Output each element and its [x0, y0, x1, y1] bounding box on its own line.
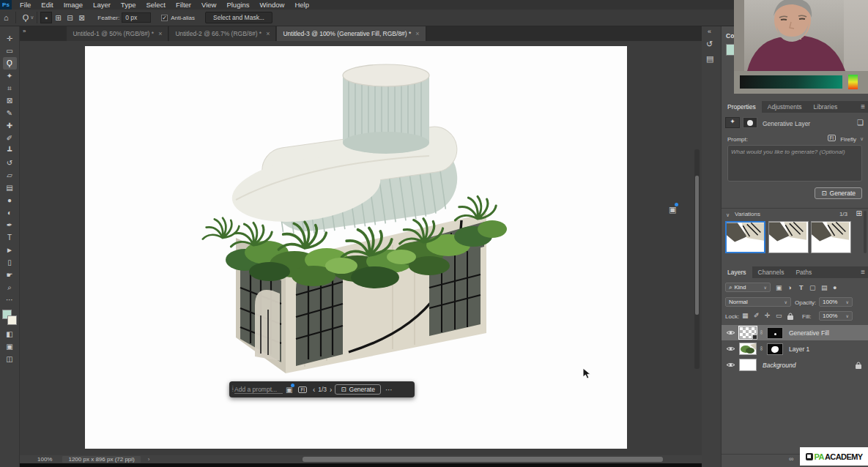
- tab-properties[interactable]: Properties: [722, 101, 762, 113]
- reference-image-icon[interactable]: ▣: [286, 386, 292, 394]
- marquee-tool[interactable]: ▭: [3, 45, 17, 57]
- layer-mask-thumbnail[interactable]: [767, 343, 783, 355]
- panel-scrollbar[interactable]: [864, 211, 867, 253]
- layers-badge-icon[interactable]: ❏: [857, 119, 864, 127]
- menu-view[interactable]: View: [196, 1, 221, 9]
- drag-handle[interactable]: ⸽⸽: [229, 386, 234, 393]
- zoom-level[interactable]: 100%: [37, 456, 52, 463]
- variations-collapse-icon[interactable]: ∨: [726, 212, 730, 218]
- vertical-scrollbar-thumb[interactable]: [695, 176, 699, 315]
- fill-input[interactable]: 100% ∨: [819, 311, 853, 321]
- chevron-down-icon[interactable]: ∨: [30, 15, 34, 20]
- taskbar-prompt-input[interactable]: [234, 386, 283, 394]
- lock-pixels-icon[interactable]: ✐: [754, 312, 760, 319]
- shape-tool[interactable]: ▯: [3, 256, 17, 269]
- close-icon[interactable]: ×: [266, 30, 270, 37]
- tab-libraries[interactable]: Libraries: [808, 101, 844, 113]
- lasso-tool[interactable]: Ϙ: [3, 57, 17, 70]
- chevron-down-icon[interactable]: ∨: [860, 136, 864, 142]
- close-icon[interactable]: ×: [158, 30, 162, 37]
- variation-thumbnail-2[interactable]: [768, 221, 809, 253]
- color-swatches[interactable]: [2, 310, 17, 326]
- visibility-eye-icon[interactable]: [726, 345, 735, 352]
- intersect-selection-icon[interactable]: ⊠: [75, 12, 87, 23]
- home-icon[interactable]: ⌂: [0, 13, 12, 22]
- filter-pixel-layers-icon[interactable]: ▣: [776, 284, 782, 291]
- path-selection-tool[interactable]: ►: [3, 244, 17, 256]
- clone-stamp-tool[interactable]: ┻: [3, 144, 17, 157]
- filter-shape-layers-icon[interactable]: ▢: [809, 284, 816, 291]
- layer-name[interactable]: Layer 1: [789, 345, 809, 353]
- blend-mode-dropdown[interactable]: Normal ∨: [725, 297, 791, 307]
- menu-image[interactable]: Image: [59, 1, 88, 9]
- horizontal-scrollbar-thumb[interactable]: [303, 457, 663, 462]
- artboard-mode-icon[interactable]: ◫: [3, 353, 17, 365]
- quick-mask-icon[interactable]: ◧: [3, 328, 17, 340]
- mask-icon[interactable]: [743, 117, 757, 128]
- new-selection-icon[interactable]: ▪: [40, 12, 52, 23]
- lock-transparency-icon[interactable]: ▦: [742, 312, 749, 319]
- filter-smart-object-icon[interactable]: ▤: [821, 284, 828, 291]
- crop-tool[interactable]: ⌗: [3, 82, 17, 94]
- select-and-mask-button[interactable]: Select and Mask...: [205, 12, 272, 23]
- document-tab-3-active[interactable]: Untitled-3 @ 100% (Generative Fill, RGB/…: [277, 26, 426, 41]
- layer-name[interactable]: Generative Fill: [789, 329, 829, 337]
- snapshot-panel-icon[interactable]: ▤: [706, 54, 713, 64]
- status-caret-icon[interactable]: ›: [148, 456, 150, 463]
- dodge-tool[interactable]: ◐: [3, 206, 17, 219]
- document-tab-2[interactable]: Untitled-2 @ 66.7% (RGB/8#) * ×: [169, 26, 276, 41]
- prompt-textarea[interactable]: [727, 145, 862, 182]
- frame-tool[interactable]: ⊠: [3, 94, 17, 107]
- menu-layer[interactable]: Layer: [88, 1, 116, 9]
- menu-edit[interactable]: Edit: [36, 1, 58, 9]
- taskbar-generate-button[interactable]: ⊡ Generate: [335, 384, 381, 395]
- menu-help[interactable]: Help: [289, 1, 314, 9]
- layer-filter-kind-dropdown[interactable]: ⌕ Kind ∨: [725, 283, 771, 292]
- lock-artboard-icon[interactable]: ▭: [776, 312, 782, 319]
- menu-filter[interactable]: Filter: [171, 1, 196, 9]
- menu-plugins[interactable]: Plugins: [221, 1, 254, 9]
- menu-type[interactable]: Type: [116, 1, 141, 9]
- antialias-checkbox[interactable]: ✓: [161, 15, 168, 21]
- layer-row-layer-1[interactable]: ∞ Layer 1: [722, 341, 868, 356]
- panel-menu-icon[interactable]: ≡: [861, 268, 865, 276]
- menu-select[interactable]: Select: [141, 1, 170, 9]
- menu-file[interactable]: File: [15, 1, 36, 9]
- variation-thumbnail-3[interactable]: [811, 221, 851, 253]
- toolbar-expand-icon[interactable]: »: [20, 26, 29, 41]
- blur-tool[interactable]: ●: [3, 194, 17, 206]
- layer-row-background[interactable]: Background: [722, 357, 868, 373]
- add-selection-icon[interactable]: ⊞: [52, 12, 64, 23]
- screen-mode-icon[interactable]: ▣: [3, 340, 17, 353]
- more-tools-icon[interactable]: ⋯: [3, 294, 17, 306]
- collapse-dock-icon[interactable]: «: [708, 28, 711, 35]
- visibility-eye-icon[interactable]: [726, 362, 735, 368]
- properties-generate-button[interactable]: ⊡ Generate: [815, 187, 862, 199]
- document-tab-1[interactable]: Untitled-1 @ 50% (RGB/8#) * ×: [67, 26, 168, 41]
- tab-paths[interactable]: Paths: [790, 266, 817, 278]
- menu-window[interactable]: Window: [255, 1, 290, 9]
- hand-tool[interactable]: ☛: [3, 269, 17, 281]
- pin-icon[interactable]: ✦: [725, 117, 740, 128]
- move-tool[interactable]: ✛: [3, 32, 17, 45]
- layer-mask-thumbnail[interactable]: [767, 327, 783, 339]
- history-brush-tool[interactable]: ↺: [3, 157, 17, 169]
- next-variation-icon[interactable]: ›: [330, 386, 332, 394]
- close-icon[interactable]: ×: [415, 30, 419, 37]
- tab-channels[interactable]: Channels: [752, 266, 790, 278]
- layer-thumbnail[interactable]: [739, 326, 757, 339]
- brush-tool[interactable]: ✐: [3, 132, 17, 144]
- tab-adjustments[interactable]: Adjustments: [762, 101, 808, 113]
- pen-tool[interactable]: ✒: [3, 219, 17, 231]
- layer-thumbnail[interactable]: [739, 343, 757, 355]
- subtract-selection-icon[interactable]: ⊟: [64, 12, 75, 23]
- background-color-swatch[interactable]: [7, 315, 17, 325]
- filter-pin-icon[interactable]: ●: [833, 284, 837, 291]
- contextual-taskbar[interactable]: ⸽⸽ ▣ Fl ‹ 1/3 › ⊡ Generate ⋯: [229, 381, 415, 397]
- link-layers-icon[interactable]: ∞: [789, 455, 793, 463]
- opacity-input[interactable]: 100% ∨: [819, 297, 853, 307]
- layer-row-generative-fill[interactable]: ∞ Generative Fill: [722, 325, 868, 340]
- type-tool[interactable]: T: [3, 231, 17, 244]
- panel-menu-icon[interactable]: ≡: [861, 102, 865, 111]
- healing-brush-tool[interactable]: ✚: [3, 119, 17, 132]
